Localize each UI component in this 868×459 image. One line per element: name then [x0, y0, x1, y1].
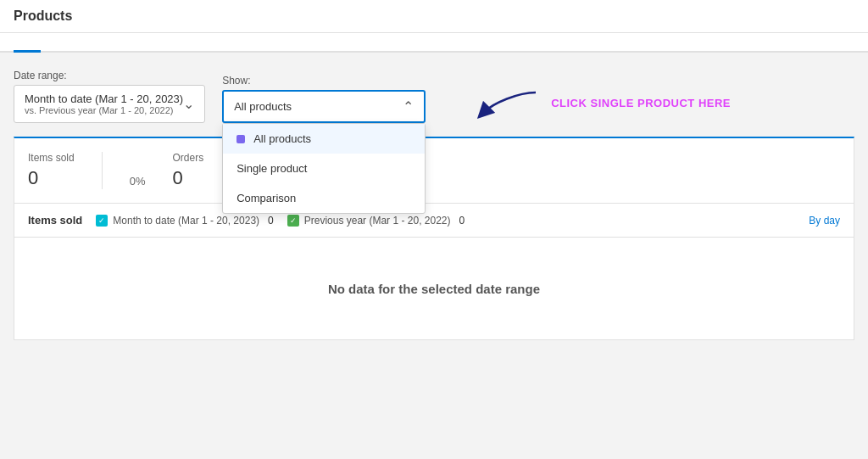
items-sold-label: Items sold — [28, 152, 75, 164]
chart-section: Items sold ✓ Month to date (Mar 1 - 20, … — [14, 204, 854, 340]
items-sold-value: 0 — [28, 167, 75, 189]
show-group: Show: All products ⌃ All products Single… — [222, 75, 426, 123]
no-data-area: No data for the selected date range — [14, 238, 854, 339]
filter-row: Date range: Month to date (Mar 1 - 20, 2… — [14, 70, 854, 123]
show-value: All products — [234, 100, 292, 113]
arrow-icon — [476, 86, 544, 120]
dropdown-item-label: Single product — [236, 162, 307, 175]
show-dropdown-wrapper: All products ⌃ All products Single produ… — [222, 90, 426, 123]
chart-title: Items sold — [28, 214, 82, 227]
tab-products[interactable] — [14, 33, 41, 53]
dropdown-item-label: All products — [253, 132, 311, 145]
main-content: Date range: Month to date (Mar 1 - 20, 2… — [0, 53, 868, 357]
show-dropdown-menu: All products Single product Comparison — [222, 123, 426, 214]
date-range-dropdown[interactable]: Month to date (Mar 1 - 20, 2023) vs. Pre… — [14, 85, 205, 123]
dropdown-item-all-products[interactable]: All products — [223, 124, 425, 154]
dropdown-item-single-product[interactable]: Single product — [223, 154, 425, 183]
legend-prev-label: Previous year (Mar 1 - 20, 2022) — [304, 215, 451, 227]
dropdown-item-comparison[interactable]: Comparison — [223, 183, 425, 213]
percent-value: 0% — [130, 175, 146, 189]
annotation-text: CLICK SINGLE PRODUCT HERE — [551, 97, 731, 109]
metric-items-sold: Items sold 0 — [28, 152, 103, 189]
date-range-label: Date range: — [14, 70, 205, 81]
date-range-sub: vs. Previous year (Mar 1 - 20, 2022) — [25, 105, 183, 115]
legend-check-prev: ✓ — [287, 215, 299, 227]
orders-label: Orders — [172, 152, 203, 164]
metrics-bar: Items sold 0 0% Orders 0 — [14, 137, 854, 204]
chevron-up-icon: ⌃ — [403, 98, 414, 115]
annotation-group: CLICK SINGLE PRODUCT HERE — [476, 86, 731, 120]
legend-current: ✓ Month to date (Mar 1 - 20, 2023) 0 — [96, 215, 273, 227]
date-range-main: Month to date (Mar 1 - 20, 2023) — [25, 92, 183, 105]
by-day-link[interactable]: By day — [809, 215, 840, 227]
legend-prev-value: 0 — [459, 215, 465, 227]
tab-bar — [0, 33, 868, 53]
date-range-group: Date range: Month to date (Mar 1 - 20, 2… — [14, 70, 205, 123]
page-header: Products — [0, 0, 868, 33]
dropdown-item-label: Comparison — [236, 192, 296, 204]
legend-current-label: Month to date (Mar 1 - 20, 2023) — [113, 215, 259, 227]
page-title: Products — [14, 8, 72, 24]
legend-check-current: ✓ — [96, 215, 108, 227]
no-data-text: No data for the selected date range — [328, 282, 540, 296]
legend-prev: ✓ Previous year (Mar 1 - 20, 2022) 0 — [287, 215, 465, 227]
legend-current-value: 0 — [268, 215, 274, 227]
orders-value: 0 — [172, 167, 203, 189]
chevron-down-icon: ⌄ — [183, 96, 194, 112]
dropdown-item-icon — [236, 135, 245, 143]
chart-controls: Items sold ✓ Month to date (Mar 1 - 20, … — [14, 204, 854, 238]
show-label: Show: — [222, 75, 426, 87]
show-dropdown[interactable]: All products ⌃ — [222, 90, 426, 123]
